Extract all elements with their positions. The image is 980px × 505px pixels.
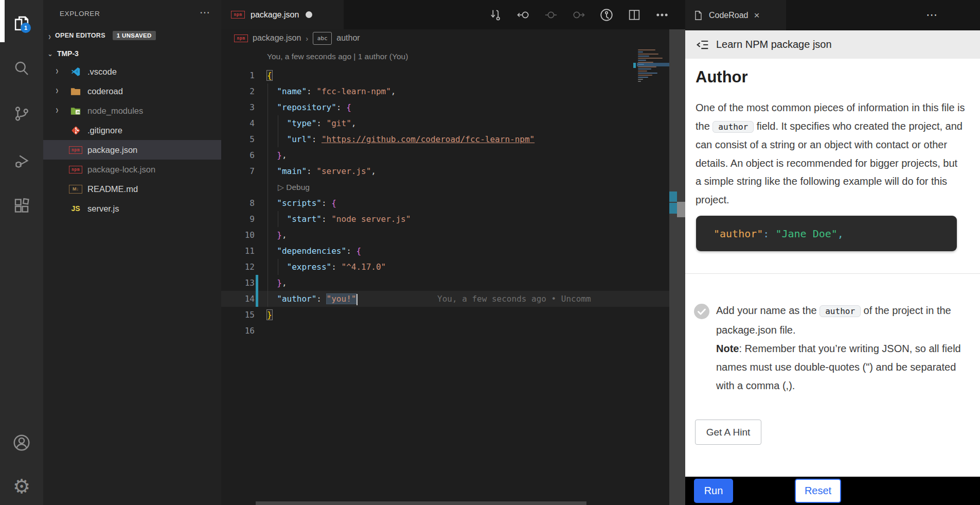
run-debug-icon[interactable] [0,142,43,180]
chevron-right-icon: › [56,85,58,98]
npm-icon: npm [69,164,82,175]
file-tree-item-.gitignore[interactable]: .gitignore [43,120,221,140]
minimap-line [638,54,658,55]
explorer-icon[interactable]: 1 [0,4,43,42]
abc-symbol-icon: abc [313,32,332,45]
minimap[interactable] [637,49,668,94]
token: } [277,230,282,240]
file-tree-item-coderoad[interactable]: ›coderoad [43,81,221,101]
tab-coderoad[interactable]: CodeRoad × [685,0,786,30]
overview-modified-marker [669,191,677,202]
code-line-12[interactable]: 12 "express": "^4.17.0" [221,259,669,275]
code-line-2[interactable]: 2 "name": "fcc-learn-npm", [221,83,669,99]
indent-guide [278,211,278,227]
line-number: 11 [221,243,255,259]
breadcrumb-symbol[interactable]: author [336,33,360,43]
code-line-7[interactable]: 7 "main": "server.js", [221,163,669,179]
unsaved-dot-icon[interactable] [306,11,312,18]
token [267,102,277,112]
search-icon[interactable] [0,49,43,88]
token: { [331,198,336,208]
vertical-scrollbar[interactable] [669,29,685,505]
minimap-line [638,79,643,80]
scrollbar-slider[interactable] [677,202,685,217]
previous-change-icon[interactable] [515,7,531,23]
token: : [346,246,356,256]
source-control-icon[interactable] [0,95,43,133]
code-line-9[interactable]: 9 "start": "node server.js" [221,211,669,227]
tutorial-title: Learn NPM package json [716,39,832,50]
token: { [267,71,272,80]
file-tree-item-package-lock.json[interactable]: npmpackage-lock.json [43,160,221,179]
task-check-icon [693,303,710,320]
file-tree-item-package.json[interactable]: npmpackage.json [43,140,221,160]
token: } [267,310,272,320]
token: "git" [327,118,351,128]
tab-package-json[interactable]: npm package.json [221,0,344,29]
breadcrumb[interactable]: npm package.json › abc author [234,30,360,46]
code-line-11[interactable]: 11 "dependencies": { [221,243,669,259]
token [267,150,277,160]
line-number: 9 [221,211,255,227]
codelens-authors[interactable]: You, a few seconds ago | 1 author (You) [267,52,408,61]
code-line-8[interactable]: 8 "scripts": { [221,195,669,211]
token: } [277,150,282,160]
horizontal-scrollbar[interactable] [256,501,586,505]
code-line-3[interactable]: 3 "repository": { [221,99,669,115]
code-line-10[interactable]: 10 }, [221,227,669,243]
vscode-icon [69,66,82,77]
file-tree-item-server.js[interactable]: JSserver.js [43,199,221,218]
run-view-icon[interactable] [599,7,614,23]
coderoad-more-icon[interactable]: ⋯ [926,8,937,22]
close-icon[interactable]: × [754,10,760,21]
settings-gear-icon[interactable]: ⚙ [0,467,43,505]
codelens-debug-label[interactable]: ▷ Debug [278,179,310,195]
section-paragraph: One of the most common pieces of informa… [696,99,965,209]
next-change-icon[interactable] [571,7,586,23]
code-line-16[interactable]: 16 [221,323,669,339]
code-line-13[interactable]: 13 }, [221,275,669,291]
line-number: 1 [221,67,255,83]
example-code-block: "author": "Jane Doe", [696,216,957,251]
code-tokens: "scripts": { [267,195,336,211]
accounts-icon[interactable] [0,424,43,462]
code-line-4[interactable]: 4 "type": "git", [221,115,669,131]
split-editor-icon[interactable] [627,7,642,23]
minimap-line [638,56,649,57]
reset-button[interactable]: Reset [795,479,841,503]
line-number: 2 [221,83,255,99]
codelens-debug[interactable]: ▷ Debug [221,179,669,195]
file-label: .vscode [87,67,117,77]
run-button[interactable]: Run [694,479,733,503]
token: "https://github.com/coderoad/fcc-learn-n… [322,134,534,144]
extensions-icon[interactable] [0,187,43,225]
menu-collapse-icon[interactable] [696,38,709,51]
token: : [316,118,326,128]
code-line-14[interactable]: 14 "author": "you!"You, a few seconds ag… [221,291,669,307]
line-number: 10 [221,227,255,243]
code-line-1[interactable]: 1{ [221,67,669,83]
token: : [322,198,331,208]
code-line-15[interactable]: 15} [221,307,669,323]
token [267,278,277,288]
get-a-hint-button[interactable]: Get A Hint [695,420,761,445]
editor-more-icon[interactable] [654,7,670,23]
code-tokens: { [267,67,272,83]
code-tokens: "type": "git", [267,115,356,131]
line-number: 16 [221,323,255,339]
token: "author" [714,228,763,240]
code-line-6[interactable]: 6 }, [221,147,669,163]
modified-gutter-bar [256,275,258,291]
breadcrumb-file[interactable]: package.json [253,33,301,43]
change-node-icon[interactable] [543,7,559,23]
minimap-line [638,75,652,76]
compare-changes-icon[interactable] [488,7,503,23]
file-tree: ›.vscode›coderoad›JSnode_modules.gitigno… [43,0,221,505]
code-tokens: "author": "you!" [267,291,358,307]
file-tree-item-node_modules[interactable]: ›JSnode_modules [43,101,221,120]
chevron-right-icon: › [56,105,58,117]
file-tree-item-.vscode[interactable]: ›.vscode [43,62,221,81]
code-line-5[interactable]: 5 "url": "https://github.com/coderoad/fc… [221,131,669,147]
section-title: Author [696,68,748,86]
file-tree-item-README.md[interactable]: M↓README.md [43,179,221,199]
